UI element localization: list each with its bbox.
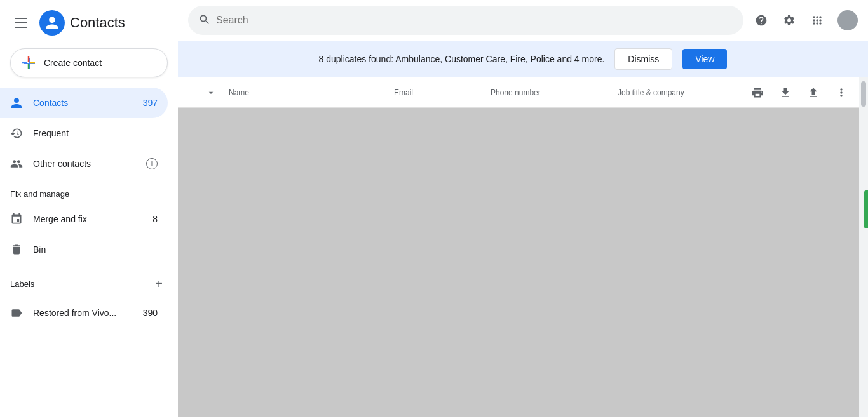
upload-button[interactable] <box>801 80 826 105</box>
contacts-icon <box>10 96 23 109</box>
top-bar <box>178 0 868 41</box>
print-button[interactable] <box>745 80 770 105</box>
contacts-label: Contacts <box>33 98 133 108</box>
labels-section-title: Labels <box>10 279 34 289</box>
header-phone: Phone number <box>491 88 618 97</box>
labels-header: Labels + <box>0 265 178 298</box>
app-title: Contacts <box>70 15 125 31</box>
merge-fix-icon <box>10 213 23 225</box>
table-header: Name Email Phone number Job title & comp… <box>178 77 859 108</box>
apps-button[interactable] <box>804 8 830 33</box>
app-logo-avatar <box>39 10 65 36</box>
fix-manage-section-title: Fix and manage <box>0 179 178 204</box>
search-icon <box>198 13 211 28</box>
contacts-count: 397 <box>143 98 158 108</box>
other-contacts-label: Other contacts <box>33 159 136 169</box>
duplicate-banner: 8 duplicates found: Ambulance, Customer … <box>178 41 868 77</box>
frequent-label: Frequent <box>33 128 158 138</box>
restored-label-text: Restored from Vivo... <box>33 308 133 318</box>
person-logo-icon <box>44 15 60 30</box>
merge-fix-count: 8 <box>153 214 158 224</box>
main-content: 8 duplicates found: Ambulance, Customer … <box>178 0 868 417</box>
table-main: Name Email Phone number Job title & comp… <box>178 77 859 417</box>
frequent-icon <box>10 127 23 140</box>
restored-label-count: 390 <box>143 308 158 318</box>
help-button[interactable] <box>749 8 774 33</box>
other-contacts-info-icon[interactable]: i <box>146 158 158 169</box>
bin-icon <box>10 243 23 256</box>
green-accent-bar <box>864 190 868 228</box>
merge-fix-label: Merge and fix <box>33 214 142 224</box>
bin-label: Bin <box>33 244 158 255</box>
create-contact-icon <box>21 55 36 70</box>
dismiss-button[interactable]: Dismiss <box>614 48 672 70</box>
search-input[interactable] <box>216 15 733 26</box>
header-checkbox-col <box>193 88 229 98</box>
user-avatar[interactable] <box>837 10 858 30</box>
label-tag-icon <box>10 307 23 319</box>
header-email: Email <box>394 88 491 97</box>
hamburger-button[interactable] <box>10 13 32 33</box>
sidebar-item-bin[interactable]: Bin <box>0 234 168 265</box>
contacts-list-area <box>178 108 859 417</box>
more-options-button[interactable] <box>829 80 854 105</box>
plus-icon <box>21 55 36 70</box>
sidebar-item-contacts[interactable]: Contacts 397 <box>0 88 168 118</box>
other-contacts-icon <box>10 157 23 170</box>
scrollbar-thumb[interactable] <box>861 81 866 107</box>
scrollbar[interactable] <box>859 77 868 417</box>
download-button[interactable] <box>773 80 798 105</box>
sidebar-item-merge-fix[interactable]: Merge and fix 8 <box>0 204 168 234</box>
view-button[interactable]: View <box>682 49 727 69</box>
add-label-button[interactable]: + <box>150 275 168 293</box>
create-contact-button[interactable]: Create contact <box>10 48 168 77</box>
header-job: Job title & company <box>618 88 745 97</box>
header-actions <box>745 80 854 105</box>
settings-button[interactable] <box>776 8 802 33</box>
sort-indicator-icon <box>206 88 216 98</box>
sidebar-item-frequent[interactable]: Frequent <box>0 118 168 149</box>
sidebar-header: Contacts <box>0 5 178 41</box>
create-contact-label: Create contact <box>44 58 102 68</box>
app-logo: Contacts <box>39 10 125 36</box>
search-bar[interactable] <box>188 6 743 35</box>
table-container: Name Email Phone number Job title & comp… <box>178 77 868 417</box>
sidebar-item-other-contacts[interactable]: Other contacts i <box>0 149 168 179</box>
sidebar: Contacts Create contact Contacts 397 <box>0 0 178 417</box>
header-name: Name <box>229 88 394 97</box>
sidebar-item-restored-label[interactable]: Restored from Vivo... 390 <box>0 298 168 328</box>
banner-text: 8 duplicates found: Ambulance, Customer … <box>319 54 605 64</box>
top-icons <box>749 8 858 33</box>
